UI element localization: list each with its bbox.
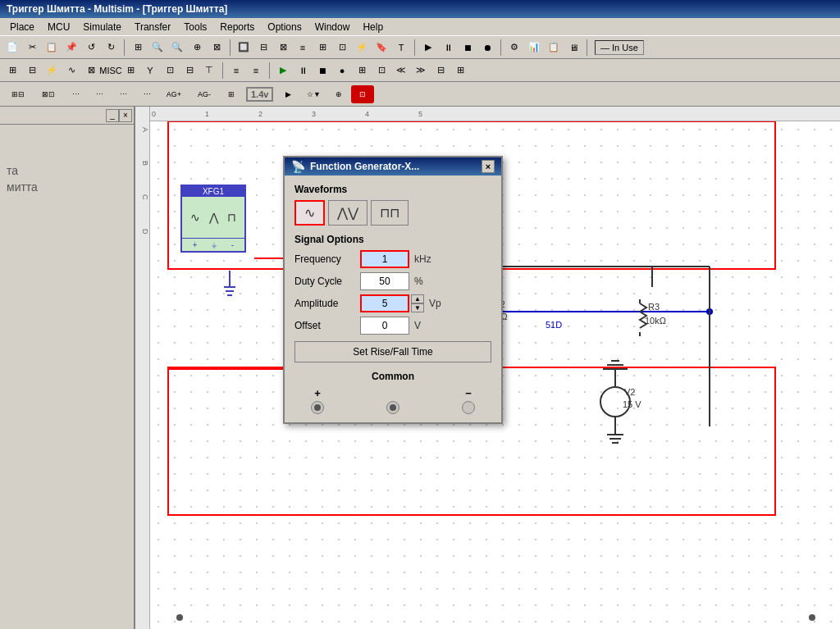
tb3-10[interactable]: ▶ <box>276 85 299 103</box>
panel-header: _ × <box>0 107 134 125</box>
fg-close-btn[interactable]: × <box>482 160 495 173</box>
tb2-stop[interactable]: ⏹ <box>313 62 331 80</box>
frequency-input[interactable] <box>360 250 409 268</box>
tb2-2[interactable]: ⊟ <box>23 62 41 80</box>
tb3-4[interactable]: ⋯ <box>88 85 111 103</box>
menu-transfer[interactable]: Transfer <box>128 20 177 34</box>
duty-cycle-input[interactable] <box>360 272 409 290</box>
tb2-17[interactable]: ≫ <box>412 62 430 80</box>
amplitude-down[interactable]: ▼ <box>411 303 424 312</box>
tb3-12[interactable]: ⊕ <box>327 85 350 103</box>
menu-help[interactable]: Help <box>356 20 390 34</box>
triangle-wave-btn[interactable]: ⋀⋁ <box>328 200 368 226</box>
tb-3d[interactable]: 🖥 <box>564 39 582 57</box>
tb-place[interactable]: 🔲 <box>235 39 253 57</box>
tb2-dot[interactable]: ● <box>333 62 351 80</box>
menu-simulate[interactable]: Simulate <box>76 20 128 34</box>
tb2-5[interactable]: ⊠ <box>82 62 100 80</box>
schematic-canvas[interactable]: 0 1 2 3 4 5 A B C D <box>135 107 840 629</box>
tb-netlist[interactable]: 📊 <box>525 39 543 57</box>
fg-title-bar[interactable]: 📡 Function Generator-X... × <box>285 157 501 175</box>
tb2-pause[interactable]: ⏸ <box>294 62 312 80</box>
tb2-run[interactable]: ▶ <box>274 62 292 80</box>
tb-conn[interactable]: ⊠ <box>274 39 292 57</box>
tb2-6[interactable]: MISC <box>102 62 120 80</box>
tb2-7[interactable]: ⊞ <box>121 62 139 80</box>
tb-bus[interactable]: ≡ <box>294 39 312 57</box>
plus-radio[interactable] <box>311 401 324 414</box>
tb2-1[interactable]: ⊞ <box>3 62 21 80</box>
tb-run[interactable]: ▶ <box>419 39 437 57</box>
menu-options[interactable]: Options <box>261 20 308 34</box>
tb2-10[interactable]: ⊟ <box>180 62 199 80</box>
tb2-16[interactable]: ≪ <box>392 62 410 80</box>
tb2-11[interactable]: ⊤ <box>200 62 218 80</box>
tb2-14[interactable]: ⊞ <box>353 62 371 80</box>
set-rise-fall-btn[interactable]: Set Rise/Fall Time <box>294 341 491 362</box>
square-wave-btn[interactable]: ⊓⊓ <box>371 200 409 226</box>
sep7 <box>269 62 270 79</box>
tb3-7[interactable]: AG+ <box>159 85 189 103</box>
tb2-12[interactable]: ≡ <box>227 62 245 80</box>
tb2-15[interactable]: ⊡ <box>372 62 390 80</box>
tb-zoom-in[interactable]: 🔍 <box>148 39 167 57</box>
tb-bom[interactable]: 📋 <box>545 39 563 57</box>
common-radio[interactable] <box>386 401 399 414</box>
tb-probe[interactable]: ⚡ <box>353 39 371 57</box>
menu-mcu[interactable]: MCU <box>41 20 76 34</box>
offset-input[interactable] <box>360 317 409 335</box>
tb-copy[interactable]: 📋 <box>43 39 61 57</box>
xfg1-body: ∿ ⋀ ⊓ <box>182 197 244 238</box>
tb3-2[interactable]: ⊠⊡ <box>34 85 63 103</box>
tb3-8[interactable]: AG- <box>189 85 219 103</box>
tb2-9[interactable]: ⊡ <box>161 62 179 80</box>
bottom-dot-right <box>809 614 815 621</box>
menu-place[interactable]: Place <box>3 20 41 34</box>
tb3-3[interactable]: ⋯ <box>64 85 87 103</box>
amplitude-input[interactable] <box>360 294 409 312</box>
tb-zoom-sel[interactable]: ⊠ <box>208 39 226 57</box>
tb-cfg[interactable]: ⚙ <box>505 39 523 57</box>
minus-radio[interactable] <box>462 401 475 414</box>
duty-cycle-label: Duty Cycle <box>294 276 360 287</box>
tb-sub[interactable]: ⊡ <box>333 39 351 57</box>
sine-wave-btn[interactable]: ∿ <box>294 200 325 226</box>
sep2 <box>230 39 231 56</box>
tb-new[interactable]: 📄 <box>3 39 21 57</box>
tb-hier[interactable]: ⊞ <box>313 39 331 57</box>
tb-rec[interactable]: ⏺ <box>478 39 496 57</box>
tb3-5[interactable]: ⋯ <box>112 85 135 103</box>
tb-redo[interactable]: ↻ <box>102 39 120 57</box>
amplitude-up[interactable]: ▲ <box>411 294 424 303</box>
tb-zoom-fit[interactable]: ⊞ <box>129 39 147 57</box>
tb-wire[interactable]: ⊟ <box>254 39 272 57</box>
tb-undo[interactable]: ↺ <box>82 39 100 57</box>
tb2-3[interactable]: ⚡ <box>43 62 61 80</box>
menu-reports[interactable]: Reports <box>213 20 261 34</box>
amplitude-row: Amplitude ▲ ▼ Vp <box>294 294 491 312</box>
tb3-6[interactable]: ⋯ <box>135 85 158 103</box>
tb-zoom-out[interactable]: 🔍 <box>168 39 186 57</box>
xfg1-component[interactable]: XFG1 ∿ ⋀ ⊓ + ⏚ - <box>180 185 246 253</box>
tb2-13[interactable]: ≡ <box>247 62 265 80</box>
tb3-11[interactable]: ☆▼ <box>300 85 326 103</box>
tb3-13[interactable]: ⊡ <box>351 85 374 103</box>
panel-minimize[interactable]: _ <box>106 109 119 122</box>
tb-text[interactable]: T <box>392 39 410 57</box>
tb2-19[interactable]: ⊞ <box>451 62 469 80</box>
tb-zoom-area[interactable]: ⊕ <box>188 39 206 57</box>
tb3-9[interactable]: ⊞ <box>220 85 243 103</box>
panel-close[interactable]: × <box>119 109 132 122</box>
tb-annot[interactable]: 🔖 <box>372 39 390 57</box>
tb2-18[interactable]: ⊟ <box>431 62 450 80</box>
menu-tools[interactable]: Tools <box>177 20 213 34</box>
tb-paste[interactable]: 📌 <box>62 39 80 57</box>
tb-pause[interactable]: ⏸ <box>439 39 457 57</box>
sep6 <box>222 62 223 79</box>
tb2-4[interactable]: ∿ <box>62 62 80 80</box>
tb2-8[interactable]: Y <box>141 62 159 80</box>
menu-window[interactable]: Window <box>308 20 357 34</box>
tb-stop[interactable]: ⏹ <box>459 39 477 57</box>
tb3-1[interactable]: ⊞⊟ <box>3 85 33 103</box>
tb-cut[interactable]: ✂ <box>23 39 41 57</box>
